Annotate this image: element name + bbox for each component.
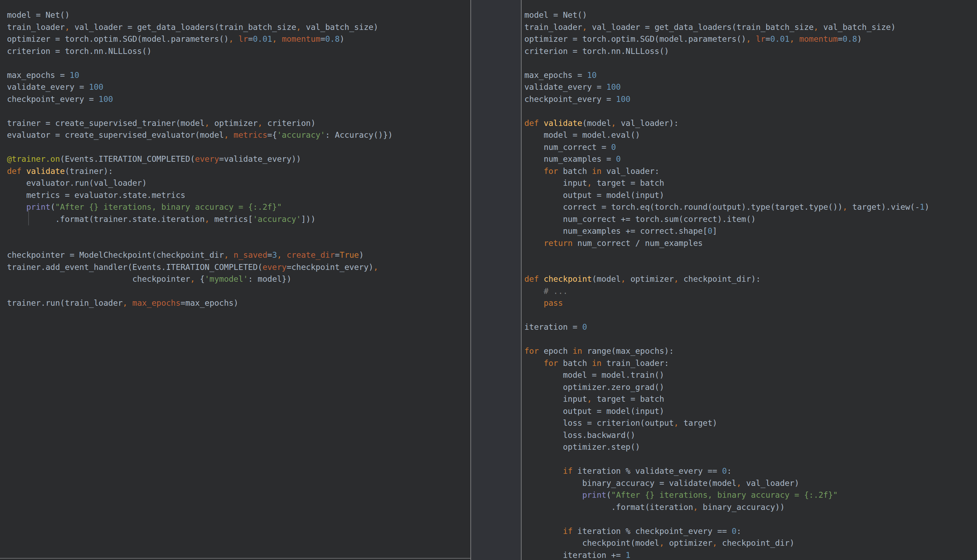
- code-line: evaluator.run(val_loader): [7, 177, 470, 189]
- code-line: max_epochs = 10: [524, 69, 977, 82]
- code-line: print("After {} iterations, binary accur…: [524, 489, 977, 501]
- left-editor-pane[interactable]: model = Net()train_loader, val_loader = …: [0, 0, 470, 560]
- code-line: train_loader, val_loader = get_data_load…: [7, 21, 470, 33]
- code-line: num_examples += correct.shape[0]: [524, 225, 977, 237]
- code-line: optimizer = torch.optim.SGD(model.parame…: [524, 33, 977, 45]
- code-line: [7, 237, 470, 249]
- code-line: validate_every = 100: [7, 81, 470, 93]
- code-line: trainer.add_event_handler(Events.ITERATI…: [7, 261, 470, 273]
- code-line: num_correct = 0: [524, 141, 977, 153]
- code-line: input, target = batch: [524, 177, 977, 189]
- code-line: evaluator = create_supervised_evaluator(…: [7, 129, 470, 141]
- code-comparison-view: model = Net()train_loader, val_loader = …: [0, 0, 977, 560]
- code-line: checkpoint_every = 100: [7, 93, 470, 105]
- code-line: checkpointer = ModelCheckpoint(checkpoin…: [7, 249, 470, 261]
- code-line: trainer = create_supervised_trainer(mode…: [7, 117, 470, 129]
- code-line: model = Net(): [524, 9, 977, 21]
- code-line: train_loader, val_loader = get_data_load…: [524, 21, 977, 33]
- code-line: [524, 453, 977, 465]
- code-line: [524, 249, 977, 261]
- code-line: .format(trainer.state.iteration, metrics…: [7, 213, 470, 225]
- code-line: if iteration % validate_every == 0:: [524, 465, 977, 477]
- code-line: @trainer.on(Events.ITERATION_COMPLETED(e…: [7, 153, 470, 165]
- code-line: [7, 285, 470, 297]
- code-line: [524, 333, 977, 345]
- code-line: criterion = torch.nn.NLLLoss(): [7, 45, 470, 57]
- code-line: def validate(model, val_loader):: [524, 117, 977, 129]
- code-line: for epoch in range(max_epochs):: [524, 345, 977, 357]
- code-line: [524, 513, 977, 525]
- code-line: model = model.train(): [524, 369, 977, 381]
- code-line: criterion = torch.nn.NLLLoss(): [524, 45, 977, 57]
- code-line: correct = torch.eq(torch.round(output).t…: [524, 201, 977, 213]
- code-line: num_correct += torch.sum(correct).item(): [524, 213, 977, 225]
- code-line: for batch in train_loader:: [524, 357, 977, 369]
- code-line: iteration += 1: [524, 549, 977, 560]
- code-line: model = Net(): [7, 9, 470, 21]
- code-line: .format(iteration, binary_accuracy)): [524, 501, 977, 513]
- code-line: [524, 309, 977, 322]
- code-line: return num_correct / num_examples: [524, 237, 977, 249]
- code-line: checkpoint_every = 100: [524, 93, 977, 105]
- split-gutter[interactable]: [471, 0, 521, 560]
- right-editor-pane[interactable]: model = Net()train_loader, val_loader = …: [522, 0, 977, 560]
- code-line: model = model.eval(): [524, 129, 977, 141]
- right-code[interactable]: model = Net()train_loader, val_loader = …: [522, 0, 977, 560]
- code-line: optimizer.step(): [524, 441, 977, 453]
- code-line: trainer.run(train_loader, max_epochs=max…: [7, 297, 470, 309]
- code-line: [524, 105, 977, 117]
- code-line: [7, 225, 470, 237]
- indent-guide: [28, 209, 29, 225]
- code-line: if iteration % checkpoint_every == 0:: [524, 525, 977, 537]
- code-line: loss = criterion(output, target): [524, 417, 977, 429]
- code-line: checkpointer, {'mymodel': model}): [7, 273, 470, 285]
- code-line: def validate(trainer):: [7, 165, 470, 177]
- code-line: # ...: [524, 285, 977, 297]
- code-line: print("After {} iterations, binary accur…: [7, 201, 470, 213]
- code-line: pass: [524, 297, 977, 309]
- code-line: iteration = 0: [524, 321, 977, 333]
- code-line: optimizer = torch.optim.SGD(model.parame…: [7, 33, 470, 45]
- code-line: output = model(input): [524, 405, 977, 417]
- code-line: loss.backward(): [524, 429, 977, 442]
- left-code[interactable]: model = Net()train_loader, val_loader = …: [0, 0, 470, 309]
- code-line: validate_every = 100: [524, 81, 977, 93]
- code-line: binary_accuracy = validate(model, val_lo…: [524, 477, 977, 489]
- code-line: [7, 105, 470, 117]
- code-line: [7, 141, 470, 153]
- code-line: metrics = evaluator.state.metrics: [7, 189, 470, 202]
- code-line: def checkpoint(model, optimizer, checkpo…: [524, 273, 977, 285]
- code-line: input, target = batch: [524, 393, 977, 405]
- left-pane-bottom-border: [0, 558, 470, 558]
- code-line: [524, 261, 977, 273]
- code-line: for batch in val_loader:: [524, 165, 977, 177]
- code-line: num_examples = 0: [524, 153, 977, 165]
- code-line: max_epochs = 10: [7, 69, 470, 82]
- code-line: [7, 57, 470, 69]
- code-line: optimizer.zero_grad(): [524, 381, 977, 393]
- code-line: checkpoint(model, optimizer, checkpoint_…: [524, 537, 977, 549]
- code-line: [524, 57, 977, 69]
- code-line: output = model(input): [524, 189, 977, 202]
